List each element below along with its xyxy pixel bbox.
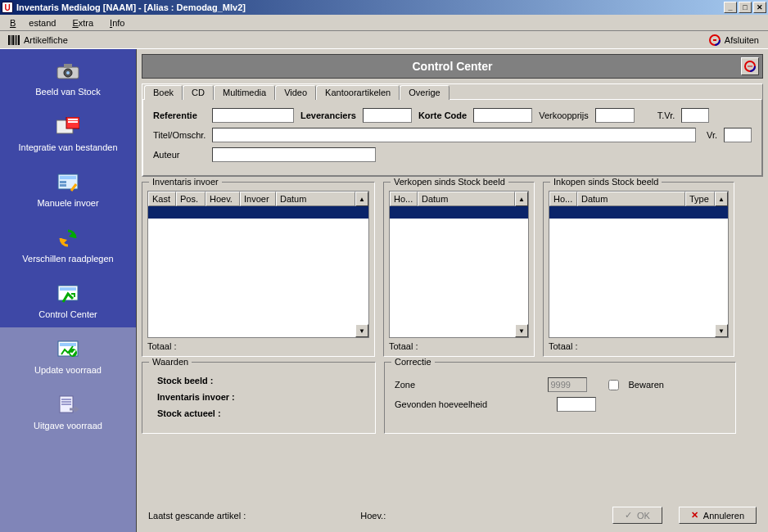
exit-icon xyxy=(708,34,721,47)
tab-overige[interactable]: Overige xyxy=(400,85,450,100)
inventaris-invoer-panel: Inventaris invoer Kast Pos. Hoev. Invoer… xyxy=(142,182,375,357)
scroll-up-button[interactable]: ▲ xyxy=(515,192,528,206)
tvr-label: T.Vr. xyxy=(657,110,675,120)
auteur-input[interactable] xyxy=(212,147,376,162)
inkopen-panel: Inkopen sinds Stock beeld Ho... Datum Ty… xyxy=(543,182,734,357)
scroll-down-button[interactable]: ▼ xyxy=(715,324,728,337)
scroll-down-button[interactable]: ▼ xyxy=(515,324,528,337)
svg-rect-28 xyxy=(61,404,71,405)
sidebar-item-control-center[interactable]: Control Center xyxy=(0,272,136,327)
leveranciers-label: Leveranciers xyxy=(300,110,356,120)
minimize-button[interactable]: _ xyxy=(724,2,737,13)
sidebar-item-verschillen[interactable]: Verschillen raadplegen xyxy=(0,216,136,272)
waarden-group: Waarden Stock beeld : Inventaris invoer … xyxy=(142,362,376,434)
svg-rect-9 xyxy=(64,64,72,68)
col-ho[interactable]: Ho... xyxy=(390,192,418,206)
header-refresh-button[interactable] xyxy=(741,57,759,75)
zone-input xyxy=(548,377,587,392)
update-icon xyxy=(55,339,81,360)
artikelfiche-button[interactable]: Artikelfiche xyxy=(3,32,72,48)
svg-rect-1 xyxy=(11,35,11,45)
col-type[interactable]: Type xyxy=(685,192,715,206)
titlebar: U Inventaris Medialog [NAAM] - [Alias : … xyxy=(0,0,768,15)
verkoopprijs-input[interactable] xyxy=(595,108,635,123)
svg-rect-26 xyxy=(61,399,71,400)
sidebar-item-integratie[interactable]: Integratie van bestanden xyxy=(0,105,136,160)
verkoopprijs-label: Verkoopprijs xyxy=(539,110,589,120)
inventaris-grid[interactable]: Kast Pos. Hoev. Invoer Datum ▲ ▼ xyxy=(147,191,369,338)
col-hoev[interactable]: Hoev. xyxy=(206,192,240,206)
correctie-group: Correctie Zone Bewaren Gevonden hoeveelh… xyxy=(384,362,736,434)
sidebar-item-label: Integratie van bestanden xyxy=(18,142,117,152)
content-header: Control Center xyxy=(142,54,763,79)
stock-actueel-label: Stock actueel : xyxy=(157,408,365,418)
tab-video[interactable]: Video xyxy=(275,85,316,100)
tvr-input[interactable] xyxy=(681,108,709,123)
col-ho[interactable]: Ho... xyxy=(549,192,577,206)
svg-rect-3 xyxy=(15,35,16,45)
col-datum[interactable]: Datum xyxy=(577,192,685,206)
sync-icon xyxy=(55,228,81,249)
gevonden-label: Gevonden hoeveelheid xyxy=(395,399,501,409)
verkopen-panel: Verkopen sinds Stock beeld Ho... Datum ▲… xyxy=(383,182,535,357)
svg-rect-19 xyxy=(60,184,66,187)
gevonden-input[interactable] xyxy=(557,397,596,412)
selected-row[interactable] xyxy=(390,206,528,219)
ok-label: OK xyxy=(637,511,650,521)
zone-label: Zone xyxy=(395,380,492,390)
vr-input[interactable] xyxy=(724,128,752,142)
inkopen-grid[interactable]: Ho... Datum Type ▲ ▼ xyxy=(549,191,729,338)
col-invoer[interactable]: Invoer xyxy=(240,192,276,206)
sidebar-item-label: Update voorraad xyxy=(34,365,102,375)
sidebar: Beeld van Stock Integratie van bestanden… xyxy=(0,49,137,532)
afsluiten-button[interactable]: Afsluiten xyxy=(702,32,765,48)
grid-body[interactable]: ▼ xyxy=(549,206,728,337)
sidebar-item-uitgave-voorraad[interactable]: Uitgave voorraad xyxy=(0,383,136,439)
annuleren-button[interactable]: ✕ Annuleren xyxy=(679,507,757,524)
leveranciers-input[interactable] xyxy=(363,108,412,123)
selected-row[interactable] xyxy=(148,206,368,219)
export-icon xyxy=(55,394,81,416)
sidebar-item-beeld-van-stock[interactable]: Beeld van Stock xyxy=(0,49,136,105)
menu-extra[interactable]: Extra xyxy=(66,16,100,29)
svg-rect-18 xyxy=(60,181,66,183)
scroll-up-button[interactable]: ▲ xyxy=(355,192,368,206)
grid-body[interactable]: ▼ xyxy=(390,206,528,337)
menu-info[interactable]: Info xyxy=(103,16,131,29)
verkopen-grid[interactable]: Ho... Datum ▲ ▼ xyxy=(389,191,529,338)
referentie-input[interactable] xyxy=(212,108,294,123)
close-button[interactable]: ✕ xyxy=(753,2,766,13)
sidebar-item-label: Beeld van Stock xyxy=(35,87,101,97)
afsluiten-label: Afsluiten xyxy=(725,35,759,45)
svg-rect-15 xyxy=(68,121,78,123)
inkopen-totaal: Totaal : xyxy=(549,341,729,351)
grid-body[interactable]: ▼ xyxy=(148,206,368,337)
col-datum[interactable]: Datum xyxy=(418,192,515,206)
scroll-up-button[interactable]: ▲ xyxy=(715,192,728,206)
col-kast[interactable]: Kast xyxy=(148,192,176,206)
bewaren-label: Bewaren xyxy=(629,380,726,390)
sidebar-item-manuele-invoer[interactable]: Manuele invoer xyxy=(0,160,136,216)
laatst-gescande-label: Laatst gescande artikel : xyxy=(148,511,246,521)
barcode-icon xyxy=(7,34,20,47)
col-datum[interactable]: Datum xyxy=(276,192,355,206)
restore-button[interactable]: □ xyxy=(739,2,752,13)
tab-multimedia[interactable]: Multimedia xyxy=(214,85,275,100)
waarden-legend: Waarden xyxy=(149,357,192,367)
svg-rect-5 xyxy=(18,35,20,45)
ok-button[interactable]: ✓ OK xyxy=(612,507,662,524)
tab-kantoor[interactable]: Kantoorartikelen xyxy=(316,85,400,100)
tab-boek[interactable]: Boek xyxy=(144,85,183,100)
svg-rect-27 xyxy=(61,401,71,403)
col-pos[interactable]: Pos. xyxy=(176,192,206,206)
menu-bestand[interactable]: Bestand xyxy=(3,16,62,29)
titel-input[interactable] xyxy=(212,128,696,142)
korte-code-input[interactable] xyxy=(473,108,532,123)
details-tab-group: Boek CD Multimedia Video Kantoorartikele… xyxy=(142,83,763,177)
tab-cd[interactable]: CD xyxy=(183,85,214,100)
scroll-down-button[interactable]: ▼ xyxy=(355,324,368,337)
sidebar-item-update-voorraad[interactable]: Update voorraad xyxy=(0,327,136,383)
selected-row[interactable] xyxy=(549,206,728,219)
bewaren-checkbox[interactable] xyxy=(608,380,619,390)
content-area: Control Center Boek CD Multimedia Video … xyxy=(137,49,768,532)
